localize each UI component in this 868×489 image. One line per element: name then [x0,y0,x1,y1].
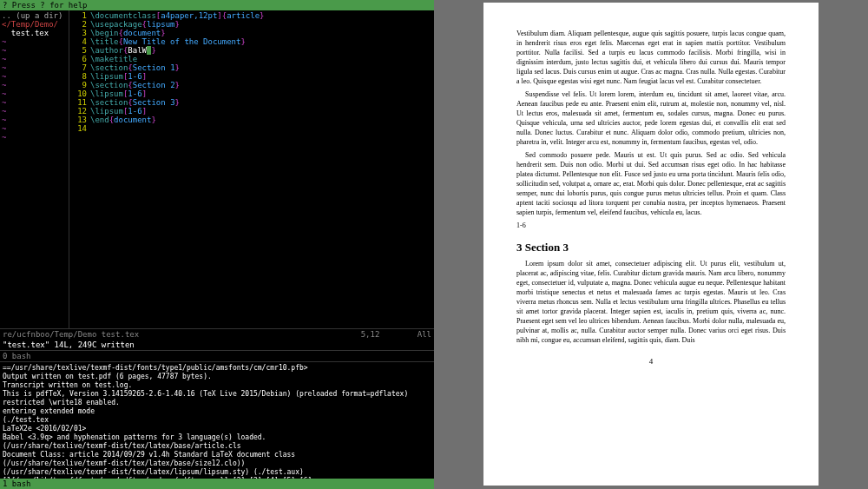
pdf-paragraph: 1-6 [516,221,786,230]
code-line[interactable]: 4\title{New Title of the Document} [71,37,432,46]
tmux-bar: 1 bash [0,479,434,489]
code-line[interactable]: 12\lipsum[1-6] [71,107,432,116]
terminal-line: (./test.tex [3,416,431,425]
pdf-paragraph: Sed commodo posuere pede. Mauris ut est.… [516,150,786,217]
terminal-line: Document Class: article 2014/09/29 v1.4h… [3,451,431,459]
terminal-line: LaTeX2e <2016/02/01> [3,425,431,433]
file-tree[interactable]: .. (up a dir) </Temp/Demo/ test.tex ~ ~ … [0,10,69,328]
status-pos: 5,12 [361,330,380,339]
terminal-line: Transcript written on test.log. [3,381,431,390]
tilde-line: ~ [2,37,67,46]
code-line[interactable]: 8\lipsum[1-6] [71,72,432,81]
up-dir[interactable]: .. (up a dir) [2,11,67,20]
code-editor[interactable]: 1\documentclass[a4paper,12pt]{article}2\… [69,10,434,328]
code-line[interactable]: 3\begin{document} [71,29,432,37]
terminal-status: 0 bash [0,350,434,361]
terminal-line: (/usr/share/texlive/texmf-dist/tex/latex… [3,442,431,451]
tree-path: </Temp/Demo/ [2,20,67,29]
code-line[interactable]: 1\documentclass[a4paper,12pt]{article} [71,11,432,20]
pdf-page-number: 4 [516,357,786,367]
status-file: re/ucfnboo/Temp/Demo test.tex [3,330,139,339]
pdf-page: Vestibulum diam. Aliquam pellentesque, a… [483,3,819,486]
code-line[interactable]: 14 [71,124,432,133]
pdf-paragraph: Vestibulum diam. Aliquam pellentesque, a… [516,29,786,86]
terminal-line: ==/usr/share/texlive/texmf-dist/fonts/ty… [3,364,431,373]
terminal-line: restricted \write18 enabled. [3,399,431,407]
code-line[interactable]: 9\section{Section 2} [71,81,432,89]
editor-area: .. (up a dir) </Temp/Demo/ test.tex ~ ~ … [0,10,434,328]
code-line[interactable]: 7\section{Section 1} [71,63,432,72]
editor-panel: ? Press ? for help .. (up a dir) </Temp/… [0,0,434,489]
status-pct: All [418,330,431,339]
terminal-output[interactable]: ==/usr/share/texlive/texmf-dist/fonts/ty… [0,361,434,479]
code-line[interactable]: 2\usepackage{lipsum} [71,20,432,29]
code-line[interactable]: 11\section{Section 3} [71,98,432,107]
terminal-line: Babel <3.9q> and hyphenation patterns fo… [3,433,431,442]
pdf-paragraph: Lorem ipsum dolor sit amet, consectetuer… [516,259,786,345]
status-message: "test.tex" 14L, 249C written [0,340,434,350]
terminal-line: (/usr/share/texlive/texmf-dist/tex/latex… [3,459,431,468]
terminal-line: (/usr/share/texlive/texmf-dist/tex/latex… [3,468,431,477]
pdf-viewer[interactable]: Vestibulum diam. Aliquam pellentesque, a… [434,0,868,489]
code-line[interactable]: 6\maketitle [71,55,432,63]
file-entry[interactable]: test.tex [2,29,67,37]
code-line[interactable]: 10\lipsum[1-6] [71,89,432,98]
terminal-line: entering extended mode [3,407,431,416]
terminal-line: This is pdfTeX, Version 3.14159265-2.6-1… [3,390,431,399]
code-line[interactable]: 13\end{document} [71,116,432,124]
terminal-label: 0 bash [3,352,31,360]
terminal-line: Output written on test.pdf (6 pages, 477… [3,373,431,381]
pdf-paragraph: Suspendisse vel felis. Ut lorem lorem, i… [516,89,786,147]
status-line: re/ucfnboo/Temp/Demo test.tex 5,12 All [0,328,434,340]
help-bar: ? Press ? for help [0,0,434,10]
pdf-section-heading: 3 Section 3 [516,242,786,252]
code-line[interactable]: 5\author{BalW } [71,46,432,55]
